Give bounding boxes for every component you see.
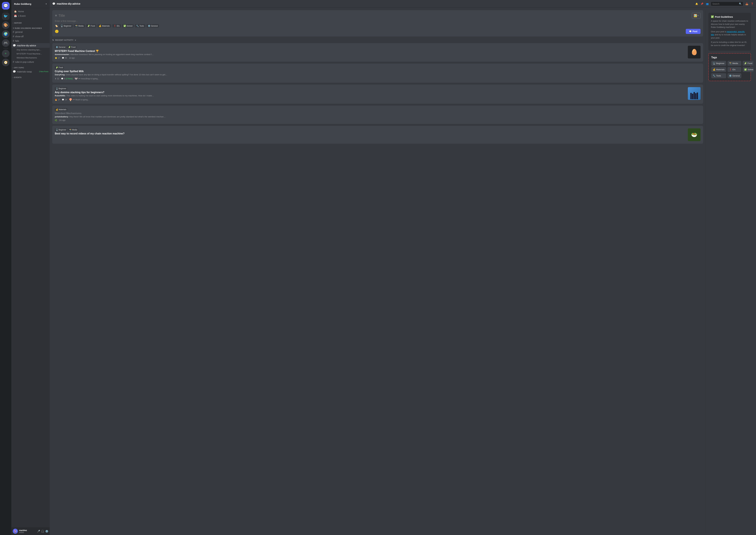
bell-icon[interactable]: 🔔 bbox=[695, 3, 698, 5]
channel-hash-icon: 💬 bbox=[52, 2, 55, 5]
sidebar-item-home[interactable]: 🏠 Home bbox=[13, 9, 48, 14]
server-header[interactable]: Rube Goldberg ▼ bbox=[12, 0, 50, 8]
compose-image-button[interactable]: 🖼️+ bbox=[692, 13, 701, 18]
post-stars-3: 🔥 17 bbox=[55, 99, 60, 101]
tag-food[interactable]: 🥬 Food bbox=[742, 61, 753, 66]
tags-dropdown-title: Tags bbox=[711, 56, 748, 59]
channel-item-fails[interactable]: # fails bbox=[12, 39, 50, 43]
channel-header-icons: 🔔 📌 👥 🔍 📥 ❓ bbox=[695, 2, 753, 6]
server-icon-4[interactable]: 🎮 bbox=[2, 39, 10, 47]
explore-servers-button[interactable]: 🧭 bbox=[2, 59, 10, 66]
channel-sub-item-mystery[interactable]: MYSTERY Food Machine... bbox=[15, 52, 50, 56]
help-icon[interactable]: ❓ bbox=[751, 3, 753, 5]
post-card-record[interactable]: 🖥️ Beginner 📸 Media Best way to record v… bbox=[52, 126, 703, 144]
search-input[interactable] bbox=[711, 2, 743, 6]
pin-icon[interactable]: 📌 bbox=[701, 3, 703, 5]
post-card-weirdest[interactable]: 💰 Materials Weirdest Mechanisms potatoba… bbox=[52, 106, 703, 124]
mic-icon[interactable]: 🎤 bbox=[37, 530, 40, 533]
server-icon-rube-goldberg[interactable]: 🐦 bbox=[2, 13, 10, 20]
sidebar-section-machines[interactable]: ∨ RUBE GOLDBERG MACHINES bbox=[12, 24, 50, 30]
chevron-right-icon-off: › bbox=[13, 67, 14, 69]
post-card-domino[interactable]: 🖥️ Beginner Any domino stacking tips for… bbox=[52, 85, 703, 104]
post-tag-media-5[interactable]: 📸 Media bbox=[68, 128, 78, 131]
post-tag-beginner-5[interactable]: 🖥️ Beginner bbox=[55, 128, 67, 131]
post-comments-2: 💬 8 (3 New) bbox=[61, 77, 72, 80]
post-area: ✕ 🖼️+ 🏷️ 🖥️Beginner 📸Media 🥬Food 💰Materi… bbox=[50, 8, 756, 535]
sidebar-section-events[interactable]: › EVENTS bbox=[12, 74, 50, 79]
server-icon-2[interactable]: 🎨 bbox=[2, 21, 10, 29]
channel-item-show-off[interactable]: # show-off bbox=[12, 34, 50, 39]
hash-icon-3: # bbox=[13, 40, 14, 42]
post-preview-1: dominomaster: Attention inventors! We're… bbox=[55, 53, 686, 56]
post-tag-food-2[interactable]: 🥬 Food bbox=[55, 66, 64, 69]
compose-tag-beginner[interactable]: 🖥️Beginner bbox=[59, 24, 73, 28]
compose-tag-general[interactable]: ⚙️General bbox=[147, 24, 159, 28]
compose-tag-solved[interactable]: ✅Solved bbox=[122, 24, 134, 28]
post-title-5: Best way to record videos of my chain re… bbox=[55, 132, 686, 135]
compose-tag-media[interactable]: 📸Media bbox=[74, 24, 85, 28]
members-icon[interactable]: 👥 bbox=[706, 3, 709, 5]
emoji-button[interactable]: 🙂 bbox=[55, 29, 59, 33]
sidebar-nav: 🏠 Home 📅 1 Event bbox=[12, 8, 50, 19]
post-card-content-2: 🥬 Food Crying over Spilled Milk DairyKin… bbox=[55, 66, 701, 80]
sidebar-section-server[interactable]: › SERVER bbox=[12, 19, 50, 24]
chevron-down-icon-machines: ∨ bbox=[13, 27, 14, 29]
add-server-button[interactable]: + bbox=[2, 50, 10, 57]
post-tag-food[interactable]: 🥬 Food bbox=[68, 46, 76, 48]
solved-tag-icon: ✅ bbox=[744, 68, 747, 71]
compose-title-row: ✕ 🖼️+ bbox=[55, 13, 701, 18]
tag-general[interactable]: ⚙️ General bbox=[727, 73, 742, 78]
guidelines-text-3: If you're including a video link for an … bbox=[711, 41, 748, 47]
compose-tag-ids[interactable]: ❗IDs bbox=[112, 24, 121, 28]
tag-tools[interactable]: 🔧 Tools bbox=[711, 73, 726, 78]
post-tag-materials-4[interactable]: 💰 Materials bbox=[55, 108, 68, 111]
sidebar-section-offtopic[interactable]: › OFF-TOPIC bbox=[12, 64, 50, 69]
recent-activity-header[interactable]: ⇅ RECENT ACTIVITY ∨ bbox=[52, 39, 703, 41]
compose-message-input[interactable] bbox=[55, 20, 701, 22]
tag-solved[interactable]: ✅ Solved bbox=[742, 67, 753, 72]
server-list: 💬 🐦 🎨 🌍 🎮 + 🧭 bbox=[0, 0, 12, 535]
channel-item-pop-culture[interactable]: # rube-in-pop-culture bbox=[12, 60, 50, 64]
compose-close-button[interactable]: ✕ bbox=[55, 14, 57, 17]
channel-sub-item-weirdest[interactable]: Weirdest Mechanisms bbox=[15, 56, 50, 60]
domino-visual bbox=[688, 87, 701, 100]
post-preview-3: RubeN00b: This video is making me want t… bbox=[55, 95, 686, 97]
tags-grid: 🖥️ Beginner 📸 Media 🥬 Food 💰 Materials bbox=[711, 61, 748, 78]
hash-icon-4: # bbox=[13, 61, 14, 63]
discord-home-icon[interactable]: 💬 bbox=[2, 2, 10, 10]
channel-item-general[interactable]: # general bbox=[12, 30, 50, 34]
compose-title-input[interactable] bbox=[58, 14, 690, 18]
compose-tag-food[interactable]: 🥬Food bbox=[86, 24, 96, 28]
headphone-icon[interactable]: 🎧 bbox=[41, 530, 44, 533]
post-thumbnail-5: 🥗 bbox=[688, 128, 701, 141]
channel-item-materials-swap[interactable]: 💬 materials-swap 2 New Posts bbox=[12, 69, 50, 74]
post-comments-1: 💬 89 bbox=[62, 57, 67, 59]
server-icon-3[interactable]: 🌍 bbox=[2, 30, 10, 38]
channel-sub-item-domino[interactable]: Any domino stacking tips... bbox=[15, 48, 50, 52]
post-tags-1: ⚙️ General 🥬 Food bbox=[55, 46, 686, 48]
tag-materials[interactable]: 💰 Materials bbox=[711, 67, 726, 72]
settings-icon[interactable]: ⚙️ bbox=[45, 530, 48, 533]
post-card-mystery-food[interactable]: ⚙️ General 🥬 Food MYSTERY Food Machine C… bbox=[52, 43, 703, 62]
post-recycle-4: ♻️ bbox=[55, 119, 57, 121]
guidelines-box: ✅ Post Guidelines A space for chain reac… bbox=[708, 13, 751, 51]
avatar-small-1: 🐭 bbox=[74, 77, 78, 80]
tag-ids[interactable]: ❗ IDs bbox=[727, 67, 742, 72]
user-discriminator: #0000 bbox=[19, 531, 36, 533]
channel-item-machine-diy[interactable]: 💬 machine-diy-advice bbox=[12, 43, 50, 48]
tag-beginner[interactable]: 🖥️ Beginner bbox=[711, 61, 726, 66]
post-meta-2: ⬆ 32 💬 8 (3 New) 🐭 ••• mous3trap is typi… bbox=[55, 77, 701, 80]
post-button[interactable]: 💬 Post bbox=[686, 29, 701, 34]
guidelines-text-2: Give your post a meaningful, specific ti… bbox=[711, 30, 748, 40]
compose-tag-tools[interactable]: 🔧Tools bbox=[135, 24, 145, 28]
server-name: Rube Goldberg bbox=[14, 3, 31, 5]
general-tag-icon: ⚙️ bbox=[56, 46, 58, 48]
post-preview-4: potatobattery: Hey there! We all know th… bbox=[55, 116, 701, 118]
sidebar-item-event[interactable]: 📅 1 Event bbox=[13, 14, 48, 18]
inbox-icon[interactable]: 📥 bbox=[745, 3, 748, 5]
post-card-spilled-milk[interactable]: 🥬 Food Crying over Spilled Milk DairyKin… bbox=[52, 64, 703, 83]
post-tag-beginner-3[interactable]: 🖥️ Beginner bbox=[55, 87, 67, 90]
compose-tag-materials[interactable]: 💰Materials bbox=[98, 24, 111, 28]
tag-media[interactable]: 📸 Media bbox=[727, 61, 742, 66]
post-tag-general[interactable]: ⚙️ General bbox=[55, 46, 67, 48]
